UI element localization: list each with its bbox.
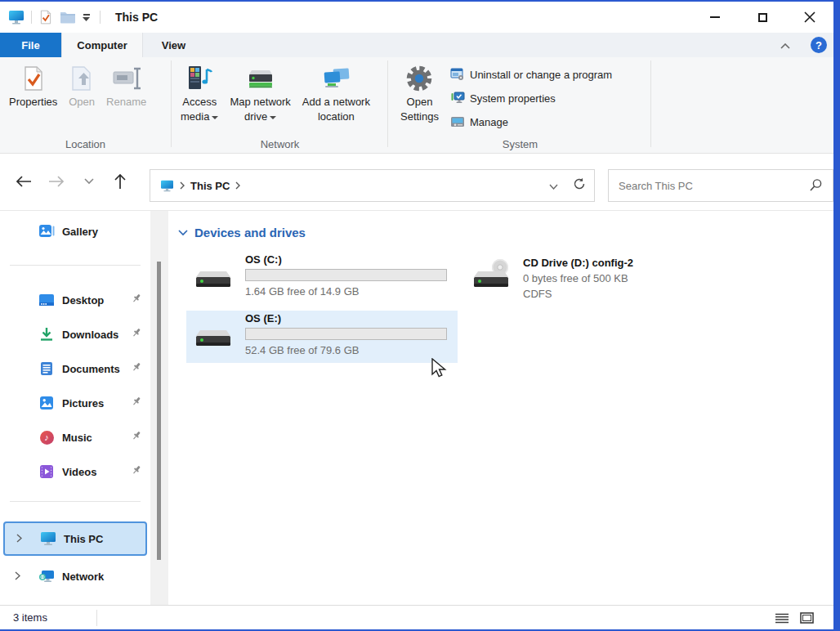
minimize-icon xyxy=(710,16,720,18)
uninstall-program-button[interactable]: Uninstall or change a program xyxy=(450,65,612,83)
forward-button[interactable] xyxy=(44,165,69,198)
search-input[interactable] xyxy=(619,170,798,201)
desktop-edge-right xyxy=(833,0,840,631)
ribbon-group-network: Access media Map network drive Add a net… xyxy=(173,57,386,153)
add-network-location-label-2: location xyxy=(318,110,355,123)
sidebar-item-music[interactable]: ♪ Music xyxy=(3,422,147,453)
sidebar-scrollbar[interactable] xyxy=(150,211,168,605)
chevron-down-icon xyxy=(549,184,558,190)
open-button[interactable]: Open xyxy=(63,60,101,110)
pin-icon xyxy=(131,293,142,307)
back-arrow-icon xyxy=(16,176,32,187)
ribbon-tabs: File Computer View ? xyxy=(0,33,833,57)
manage-icon xyxy=(450,115,465,128)
sidebar-item-documents[interactable]: Documents xyxy=(3,353,147,384)
tab-file[interactable]: File xyxy=(0,33,61,57)
maximize-button[interactable] xyxy=(739,2,786,33)
sidebar-separator xyxy=(10,265,141,266)
recent-locations-button[interactable] xyxy=(77,165,101,198)
sidebar-item-gallery[interactable]: Gallery xyxy=(3,216,147,247)
manage-button[interactable]: Manage xyxy=(450,113,612,131)
sidebar-item-label: Documents xyxy=(62,363,120,375)
drive-item-os-c[interactable]: OS (C:) 1.64 GB free of 14.9 GB xyxy=(186,252,458,304)
rename-ibeam-icon xyxy=(112,64,141,93)
open-label: Open xyxy=(69,96,95,108)
media-server-icon xyxy=(186,64,212,93)
map-network-drive-label-2: drive xyxy=(244,110,276,123)
chevron-up-icon xyxy=(780,43,790,49)
qat-customize-caret-icon[interactable] xyxy=(83,14,90,21)
sidebar-item-downloads[interactable]: Downloads xyxy=(3,319,147,350)
breadcrumb-this-pc[interactable]: This PC xyxy=(190,180,230,192)
desktop-edge-top xyxy=(0,0,840,2)
manage-label: Manage xyxy=(470,116,508,128)
expand-chevron-icon[interactable] xyxy=(16,531,22,546)
network-drive-icon xyxy=(246,64,275,93)
drive-usage-bar xyxy=(245,328,447,340)
address-bar[interactable]: This PC xyxy=(150,169,595,202)
drive-item-os-e[interactable]: OS (E:) 52.4 GB free of 79.6 GB xyxy=(186,311,458,363)
large-icons-view-button[interactable] xyxy=(798,611,815,625)
explorer-body: Gallery Desktop Downloads xyxy=(0,211,833,605)
sidebar-item-label: Gallery xyxy=(62,226,98,238)
close-icon xyxy=(804,11,815,23)
properties-button[interactable]: Properties xyxy=(3,60,63,110)
tab-computer[interactable]: Computer xyxy=(61,33,143,57)
refresh-button[interactable] xyxy=(573,177,586,194)
map-network-drive-button[interactable]: Map network drive xyxy=(224,60,296,124)
rename-label: Rename xyxy=(106,96,146,108)
music-icon: ♪ xyxy=(38,431,56,445)
sidebar-item-pictures[interactable]: Pictures xyxy=(3,387,147,418)
breadcrumb-chevron-icon xyxy=(180,181,185,190)
sidebar-item-desktop[interactable]: Desktop xyxy=(3,284,147,316)
search-box xyxy=(608,169,833,202)
sidebar-item-network[interactable]: Network xyxy=(3,561,147,592)
refresh-icon xyxy=(573,177,586,190)
address-dropdown-button[interactable] xyxy=(549,178,558,193)
titlebar: This PC xyxy=(0,2,833,33)
sidebar-item-label: Music xyxy=(62,432,92,444)
rename-button[interactable]: Rename xyxy=(101,60,152,110)
minimize-button[interactable] xyxy=(691,2,739,33)
ribbon: Properties Open Rename Location xyxy=(0,57,833,154)
drive-free-space: 52.4 GB free of 79.6 GB xyxy=(245,344,359,356)
qat-properties-icon[interactable] xyxy=(38,10,53,25)
open-settings-label-1: Open xyxy=(407,96,433,108)
maximize-icon xyxy=(758,13,767,22)
sidebar: Gallery Desktop Downloads xyxy=(0,211,170,605)
sidebar-scrollbar-thumb[interactable] xyxy=(157,262,161,560)
qat-folder-icon[interactable] xyxy=(60,10,76,25)
desktop-icon xyxy=(38,293,56,307)
sidebar-item-label: Desktop xyxy=(62,294,104,307)
add-network-location-button[interactable]: Add a network location xyxy=(297,60,376,124)
system-properties-button[interactable]: System properties xyxy=(450,89,612,107)
open-settings-button[interactable]: Open Settings xyxy=(395,60,445,124)
expand-chevron-icon[interactable] xyxy=(15,569,20,584)
search-icon[interactable] xyxy=(809,178,823,195)
help-button[interactable]: ? xyxy=(811,37,827,53)
access-media-button[interactable]: Access media xyxy=(175,60,224,124)
close-button[interactable] xyxy=(786,2,833,33)
back-button[interactable] xyxy=(11,165,36,198)
add-network-location-label-1: Add a network xyxy=(302,96,370,108)
sidebar-item-videos[interactable]: Videos xyxy=(3,456,147,487)
tab-view[interactable]: View xyxy=(143,33,204,57)
statusbar: 3 items xyxy=(0,605,833,629)
this-pc-app-icon xyxy=(8,9,25,25)
uninstall-program-label: Uninstall or change a program xyxy=(470,69,612,81)
sidebar-item-this-pc[interactable]: This PC xyxy=(3,521,147,556)
ribbon-group-system: Open Settings Uninstall or change a prog… xyxy=(390,57,650,153)
drive-name: OS (C:) xyxy=(245,253,282,266)
up-button[interactable] xyxy=(108,165,132,198)
titlebar-separator xyxy=(31,11,32,24)
ribbon-separator xyxy=(387,60,388,147)
sidebar-item-label: This PC xyxy=(64,533,103,545)
file-explorer-window: This PC File Computer View ? Prop xyxy=(0,0,840,631)
group-label-location: Location xyxy=(0,138,171,150)
details-view-button[interactable] xyxy=(773,611,791,625)
section-devices-and-drives[interactable]: Devices and drives xyxy=(178,226,306,239)
hard-drive-icon xyxy=(193,263,234,296)
group-label-network: Network xyxy=(173,138,386,150)
drive-item-cd-d[interactable]: CD Drive (D:) config-2 0 bytes free of 5… xyxy=(464,252,735,304)
collapse-ribbon-button[interactable] xyxy=(776,38,794,54)
